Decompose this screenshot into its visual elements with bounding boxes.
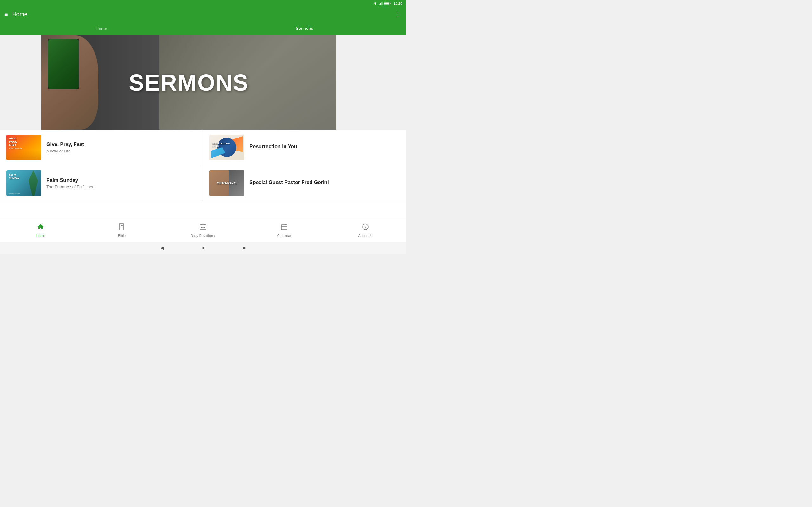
calendar-icon: [281, 223, 288, 233]
bottom-nav: Home Bible Daily Devot: [0, 218, 406, 242]
sermons-grid: GIVE,PRAY,FASTA WAY OF LIFE Give, Pray, …: [0, 130, 406, 201]
sermon-subtitle-give-pray-fast: A Way of Life: [46, 149, 196, 153]
sermon-item-resurrection[interactable]: RESURRECTIONIN YOU Resurrection in You: [203, 130, 406, 165]
svg-rect-3: [382, 2, 383, 5]
info-icon: [362, 223, 369, 233]
nav-item-bible[interactable]: Bible: [81, 223, 162, 238]
status-bar: 10:26: [0, 0, 406, 7]
svg-rect-6: [385, 3, 389, 5]
back-button[interactable]: ◀: [160, 245, 164, 250]
svg-rect-1: [380, 3, 381, 5]
nav-item-about-us[interactable]: About Us: [325, 223, 406, 238]
nav-label-daily-devotional: Daily Devotional: [190, 234, 215, 238]
hero-bg: SERMONS: [41, 36, 336, 130]
svg-rect-2: [381, 2, 382, 5]
content-area: GIVE,PRAY,FASTA WAY OF LIFE Give, Pray, …: [0, 130, 406, 218]
sermon-title-resurrection: Resurrection in You: [249, 144, 400, 150]
status-icons: 10:26: [373, 2, 402, 5]
nav-item-home[interactable]: Home: [0, 223, 81, 238]
sermon-info-give-pray-fast: Give, Pray, Fast A Way of Life: [46, 142, 196, 153]
time-display: 10:26: [393, 2, 402, 5]
nav-item-calendar[interactable]: Calendar: [244, 223, 325, 238]
sermon-title-give-pray-fast: Give, Pray, Fast: [46, 142, 196, 147]
nav-label-home: Home: [36, 234, 45, 238]
sermon-item-give-pray-fast[interactable]: GIVE,PRAY,FASTA WAY OF LIFE Give, Pray, …: [0, 130, 203, 165]
sermon-title-palm-sunday: Palm Sunday: [46, 177, 196, 183]
system-nav: ◀ ● ■: [0, 242, 406, 253]
tab-bar: Home Sermons: [0, 21, 406, 36]
tab-home[interactable]: Home: [0, 21, 203, 36]
svg-rect-5: [390, 3, 391, 4]
bible-icon: [118, 223, 125, 233]
app-bar: ≡ Home ⋮: [0, 7, 406, 21]
sermon-info-palm-sunday: Palm Sunday The Entrance of Fulfillment: [46, 177, 196, 189]
hamburger-icon[interactable]: ≡: [4, 11, 8, 18]
nav-label-about-us: About Us: [358, 234, 372, 238]
sermon-item-special-guest[interactable]: SERMONS Special Guest Pastor Fred Gorini: [203, 165, 406, 201]
sermon-thumb-palm-sunday: PALMSUNDAY COMMUNION: [6, 170, 41, 196]
tab-sermons[interactable]: Sermons: [203, 21, 406, 36]
nav-label-bible: Bible: [118, 234, 125, 238]
app-bar-left: ≡ Home: [4, 11, 28, 18]
app-bar-title: Home: [12, 11, 28, 18]
sermon-thumb-sermons: SERMONS: [209, 170, 244, 196]
recent-button[interactable]: ■: [243, 245, 246, 250]
svg-point-16: [201, 227, 202, 228]
hero-title: SERMONS: [129, 70, 249, 96]
home-icon: [37, 223, 44, 233]
hero-banner: SERMONS: [41, 36, 336, 130]
sermon-item-palm-sunday[interactable]: PALMSUNDAY COMMUNION Palm Sunday The Ent…: [0, 165, 203, 201]
devotional-icon: [199, 223, 207, 233]
battery-icon: [384, 2, 391, 5]
nav-item-daily-devotional[interactable]: Daily Devotional: [162, 223, 244, 238]
sermon-subtitle-palm-sunday: The Entrance of Fulfillment: [46, 184, 196, 189]
side-bg-right: [336, 36, 406, 130]
svg-point-17: [203, 227, 203, 228]
more-options-icon[interactable]: ⋮: [395, 10, 402, 18]
wifi-icon: [373, 2, 377, 5]
svg-point-18: [204, 227, 205, 228]
home-button[interactable]: ●: [202, 245, 205, 250]
sermon-info-special-guest: Special Guest Pastor Fred Gorini: [249, 180, 400, 187]
nav-label-calendar: Calendar: [277, 234, 292, 238]
side-bg-left: [0, 36, 41, 130]
svg-rect-19: [281, 225, 287, 230]
sermon-thumb-resurrection: RESURRECTIONIN YOU: [209, 135, 244, 160]
sermon-title-special-guest: Special Guest Pastor Fred Gorini: [249, 180, 400, 185]
signal-icon: [379, 2, 383, 5]
svg-rect-0: [379, 4, 380, 5]
sermon-thumb-give-pray-fast: GIVE,PRAY,FASTA WAY OF LIFE: [6, 135, 41, 160]
sermon-info-resurrection: Resurrection in You: [249, 144, 400, 151]
